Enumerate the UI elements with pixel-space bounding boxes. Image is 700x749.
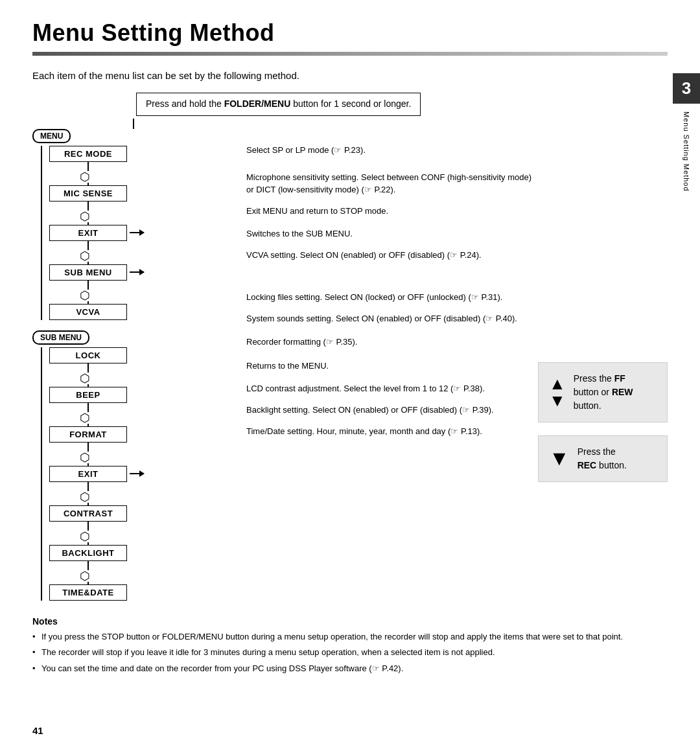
- menu-box-vcva: VCVA: [49, 304, 127, 320]
- down-from-press-arrow: [133, 119, 134, 129]
- item-row-submenu: SUB MENU: [49, 264, 240, 281]
- note-item-1: If you press the STOP button or FOLDER/M…: [32, 630, 668, 643]
- sub-bi-arrow-1: ⬡: [80, 373, 90, 384]
- diagram-wrapper: MENU REC MODE ⬡: [32, 129, 668, 601]
- submenu-vert-line: [41, 347, 42, 601]
- item-submenu: SUB MENU: [49, 264, 240, 281]
- ff-bold: FF: [614, 373, 625, 384]
- connector-4: [88, 281, 89, 290]
- desc-gap-3: [246, 220, 531, 227]
- desc-exit-menu: Exit MENU and return to STOP mode.: [246, 204, 531, 218]
- page-number: 41: [32, 725, 43, 736]
- desc-gap-2: [246, 199, 531, 204]
- desc-contrast: LCD contrast adjustment. Select the leve…: [246, 382, 531, 395]
- page-title: Menu Setting Method: [32, 19, 668, 47]
- item-row-exit-sub: EXIT: [49, 466, 240, 482]
- menu-badge: MENU: [32, 129, 71, 143]
- ff-rew-box: ▲ ▼ Press the FFbutton or REWbutton.: [538, 362, 668, 422]
- sub-conn-1: [88, 363, 89, 373]
- rec-arrow-icon: ▼: [549, 448, 570, 470]
- item-row-mic-sense: MIC SENSE: [49, 185, 240, 202]
- note-item-2: The recorder will stop if you leave it i…: [32, 646, 668, 659]
- item-row-beep: BEEP: [49, 387, 240, 403]
- notes-section: Notes If you press the STOP button or FO…: [32, 616, 668, 675]
- menu-box-beep: BEEP: [49, 387, 127, 403]
- sub-bi-arrow-3: ⬡: [80, 452, 90, 463]
- bi-arrow-1: ⬡: [80, 171, 90, 183]
- desc-gap-1: [246, 159, 531, 170]
- item-row-rec-mode: REC MODE: [49, 146, 240, 162]
- sub-conn-4: [88, 482, 89, 491]
- sub-conn-5: [88, 522, 89, 531]
- desc-lock: Locking files setting. Select ON (locked…: [246, 290, 531, 304]
- menu-box-rec-mode: REC MODE: [49, 146, 127, 162]
- menu-box-backlight: BACKLIGHT: [49, 545, 127, 561]
- note-item-3: You can set the time and date on the rec…: [32, 662, 668, 675]
- menu-items-column: REC MODE ⬡ MIC SENSE ⬡: [49, 146, 240, 320]
- submenu-flow-row: LOCK ⬡ BEEP ⬡ FORMAT: [32, 347, 240, 601]
- submenu-badge: SUB MENU: [32, 330, 89, 345]
- sub-bi-arrow-6: ⬡: [80, 570, 90, 582]
- submenu-arrow-line: [130, 271, 144, 273]
- connector-1: [88, 162, 89, 171]
- press-hold-wrapper: Press and hold the FOLDER/MENU button fo…: [84, 93, 668, 116]
- sub-bi-arrow-5: ⬡: [80, 531, 90, 542]
- desc-gap-4: [246, 243, 531, 248]
- press-hold-box: Press and hold the FOLDER/MENU button fo…: [136, 93, 421, 116]
- item-row-backlight: BACKLIGHT: [49, 545, 240, 561]
- exit-arrow-line: [130, 232, 144, 233]
- menu-flow-row: REC MODE ⬡ MIC SENSE ⬡: [32, 146, 240, 320]
- bi-arrow-3: ⬡: [80, 250, 90, 262]
- item-row-timedate: TIME&DATE: [49, 584, 240, 601]
- item-row-vcva: VCVA: [49, 304, 240, 320]
- rec-box: ▼ Press theREC button.: [538, 435, 668, 482]
- notes-title: Notes: [32, 616, 668, 627]
- desc-exit-sub: Returns to the MENU.: [246, 359, 531, 373]
- right-column: Select SP or LP mode (☞ P.23). Microphon…: [240, 129, 531, 441]
- desc-backlight: Backlight setting. Select ON (enabled) o…: [246, 403, 531, 417]
- left-column: MENU REC MODE ⬡: [32, 129, 240, 601]
- sidebar-label: Menu Setting Method: [682, 111, 690, 192]
- desc-submenu: Switches to the SUB MENU.: [246, 227, 531, 240]
- item-row-lock: LOCK: [49, 347, 240, 363]
- desc-rec-mode: Select SP or LP mode (☞ P.23).: [246, 143, 531, 157]
- sub-conn-6: [88, 561, 89, 570]
- sub-conn-3: [88, 443, 89, 452]
- sub-conn-2: [88, 403, 89, 412]
- exit-arrowhead: [139, 229, 145, 236]
- item-mic-sense: MIC SENSE: [49, 185, 240, 202]
- exit-sub-arrowhead: [139, 470, 145, 477]
- rew-bold: REW: [612, 387, 633, 397]
- item-vcva: VCVA: [49, 304, 240, 320]
- submenu-left-bar: [32, 347, 49, 601]
- menu-vert-line: [41, 146, 42, 320]
- submenu-arrow: [130, 271, 144, 273]
- item-rec-mode: REC MODE: [49, 146, 240, 162]
- desc-format: Recorder formatting (☞ P.35).: [246, 335, 531, 349]
- menu-box-format: FORMAT: [49, 426, 127, 443]
- desc-mic-sense: Microphone sensitivity setting. Select b…: [246, 170, 531, 196]
- ff-rew-text: Press the FFbutton or REWbutton.: [574, 372, 633, 413]
- menu-box-contrast: CONTRAST: [49, 505, 127, 522]
- menu-box-exit-sub: EXIT: [49, 466, 127, 482]
- intro-text: Each item of the menu list can be set by…: [32, 70, 668, 81]
- ff-rew-arrow-icon: ▲ ▼: [549, 375, 566, 409]
- exit-sub-arrow: [130, 473, 144, 474]
- desc-gap-8: [246, 375, 531, 382]
- desc-gap-9: [246, 398, 531, 403]
- item-exit-menu: EXIT: [49, 225, 240, 241]
- menu-box-lock: LOCK: [49, 347, 127, 363]
- desc-vcva: VCVA setting. Select ON (enabled) or OFF…: [246, 248, 531, 262]
- desc-timedate: Time/Date setting. Hour, minute, year, m…: [246, 424, 531, 438]
- sub-bi-arrow-4: ⬡: [80, 491, 90, 503]
- menu-box-submenu: SUB MENU: [49, 264, 127, 281]
- item-row-contrast: CONTRAST: [49, 505, 240, 522]
- menu-box-exit-menu: EXIT: [49, 225, 127, 241]
- menu-box-mic-sense: MIC SENSE: [49, 185, 127, 202]
- exit-arrow: [130, 232, 144, 233]
- desc-beep: System sounds setting. Select ON (enable…: [246, 312, 531, 325]
- desc-submenu-badge-gap: [246, 264, 531, 290]
- down-arrow-icon-ff: ▼: [549, 392, 566, 409]
- desc-gap-7: [246, 351, 531, 359]
- rec-bold: REC: [578, 460, 597, 470]
